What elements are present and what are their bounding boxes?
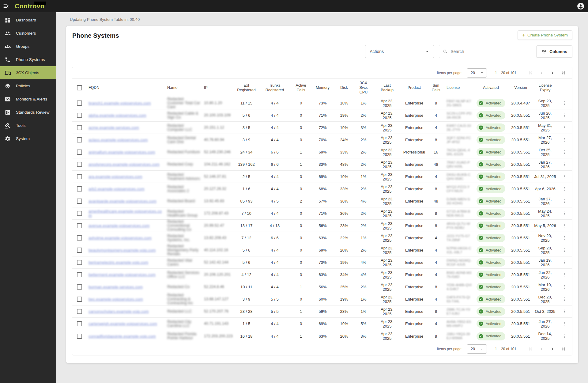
row-checkbox[interactable] [77, 235, 82, 241]
create-phone-system-button[interactable]: + Create Phone System [518, 30, 572, 40]
fqdn-link[interactable]: ara.example-voipservices.com [89, 175, 142, 179]
column-header-product[interactable]: Product [401, 85, 427, 90]
row-checkbox[interactable] [77, 211, 82, 216]
column-header-disk[interactable]: Disk [334, 85, 354, 90]
row-menu-kebab-icon[interactable] [557, 174, 572, 179]
row-checkbox[interactable] [77, 260, 82, 265]
select-all-checkbox[interactable] [77, 85, 82, 90]
column-header-license[interactable]: License [445, 85, 473, 90]
row-checkbox[interactable] [77, 284, 82, 290]
sidebar-item-monitors-alerts[interactable]: Monitors & Alerts [0, 93, 56, 106]
next-page-button[interactable] [547, 67, 558, 78]
column-header-version[interactable]: Version [508, 85, 533, 90]
fqdn-link[interactable]: borman.example-services.com [89, 285, 143, 289]
sidebar-item-policies[interactable]: Policies [0, 79, 56, 93]
row-menu-kebab-icon[interactable] [557, 113, 572, 118]
column-header-ip[interactable]: IP [202, 85, 234, 90]
sidebar-item-customers[interactable]: Customers [0, 27, 56, 40]
row-checkbox[interactable] [77, 100, 82, 106]
row-menu-kebab-icon[interactable] [557, 235, 572, 241]
column-header-name[interactable]: Name [165, 85, 202, 90]
row-menu-kebab-icon[interactable] [557, 284, 572, 290]
fqdn-link[interactable]: arb2.example-voipservices.com [89, 187, 145, 191]
fqdn-link[interactable]: beautymontgomery.example-voip.com [89, 248, 156, 252]
sidebar-item-tools[interactable]: Tools [0, 119, 56, 132]
sidebar-item-3cx-objects[interactable]: 3CX Objects [0, 66, 56, 79]
row-menu-kebab-icon[interactable] [557, 223, 572, 228]
user-avatar[interactable] [575, 0, 587, 12]
sidebar-item-groups[interactable]: Groups [0, 40, 56, 53]
page-size-select[interactable]: 20 [467, 68, 487, 78]
previous-page-button[interactable] [536, 67, 547, 78]
row-menu-kebab-icon[interactable] [557, 125, 572, 130]
row-menu-kebab-icon[interactable] [557, 211, 572, 216]
actions-dropdown[interactable]: Actions [365, 45, 434, 58]
row-menu-kebab-icon[interactable] [557, 162, 572, 167]
row-menu-kebab-icon[interactable] [557, 150, 572, 155]
fqdn-link[interactable]: axholme.example-voipservices.com [89, 236, 152, 240]
row-menu-kebab-icon[interactable] [557, 100, 572, 106]
column-header-3cx-svcs-cpu[interactable]: 3CX Svcs CPU [354, 81, 373, 95]
fqdn-link[interactable]: avenue.example-voipservices.com [89, 224, 149, 228]
row-checkbox[interactable] [77, 297, 82, 302]
row-menu-kebab-icon[interactable] [557, 321, 572, 326]
previous-page-button[interactable] [536, 343, 547, 355]
row-checkbox[interactable] [77, 174, 82, 179]
fqdn-link[interactable]: aclass.example-voipservices.com [89, 138, 148, 142]
next-page-button[interactable] [547, 343, 558, 355]
first-page-button[interactable] [525, 67, 536, 78]
fqdn-link[interactable]: avantgarde.example-voipservices.com [89, 199, 156, 203]
row-menu-kebab-icon[interactable] [557, 272, 572, 277]
fqdn-link[interactable]: bec.example-voipservices.com [89, 297, 143, 301]
row-menu-kebab-icon[interactable] [557, 248, 572, 253]
column-header-ext-registered[interactable]: Ext Registered [234, 83, 259, 93]
row-checkbox[interactable] [77, 150, 82, 155]
row-menu-kebab-icon[interactable] [557, 334, 572, 339]
fqdn-link[interactable]: animalfurn.example-voipservices.com [89, 150, 155, 154]
row-menu-kebab-icon[interactable] [557, 137, 572, 142]
column-header-activated[interactable]: Activated [473, 85, 508, 90]
row-checkbox[interactable] [77, 199, 82, 204]
column-header-memory[interactable]: Memory [311, 85, 334, 90]
column-header-sim-calls[interactable]: Sim Calls [427, 83, 445, 93]
fqdn-link[interactable]: alpha.example-voipservices.com [89, 113, 146, 118]
row-checkbox[interactable] [77, 137, 82, 142]
first-page-button[interactable] [525, 343, 536, 355]
fqdn-link[interactable]: acme.example-services.com [89, 126, 139, 130]
row-checkbox[interactable] [77, 223, 82, 228]
row-checkbox[interactable] [77, 321, 82, 326]
row-checkbox[interactable] [77, 162, 82, 167]
last-page-button[interactable] [558, 67, 569, 78]
row-checkbox[interactable] [77, 248, 82, 253]
row-checkbox[interactable] [77, 334, 82, 339]
row-checkbox[interactable] [77, 272, 82, 277]
page-size-select[interactable]: 20 [467, 344, 487, 354]
last-page-button[interactable] [558, 343, 569, 355]
row-menu-kebab-icon[interactable] [557, 199, 572, 204]
fqdn-link[interactable]: anodynecorp.example-voipservices.com [89, 162, 160, 167]
column-header-trunks-registered[interactable]: Trunks Registered [259, 83, 291, 93]
column-header-active-calls[interactable]: Active Calls [291, 83, 311, 93]
menu-open-icon[interactable] [0, 0, 12, 12]
columns-button[interactable]: Columns [536, 45, 572, 58]
row-checkbox[interactable] [77, 125, 82, 130]
row-menu-kebab-icon[interactable] [557, 260, 572, 265]
sidebar-item-phone-systems[interactable]: Phone Systems [0, 53, 56, 66]
fqdn-link[interactable]: amerihealthcare.example-voipservices.com [89, 209, 164, 218]
search-input[interactable] [450, 49, 527, 54]
row-menu-kebab-icon[interactable] [557, 186, 572, 192]
row-menu-kebab-icon[interactable] [557, 297, 572, 302]
fqdn-link[interactable]: carsonscholars.example-voip.com [89, 309, 149, 314]
row-checkbox[interactable] [77, 186, 82, 192]
fqdn-link[interactable]: branch1.example-voipservices.com [89, 101, 151, 105]
sidebar-item-system[interactable]: System [0, 132, 56, 145]
row-checkbox[interactable] [77, 113, 82, 118]
fqdn-link[interactable]: carterweigh.example-voipservices.com [89, 322, 157, 326]
row-menu-kebab-icon[interactable] [557, 309, 572, 314]
row-checkbox[interactable] [77, 309, 82, 314]
column-header-last-backup[interactable]: Last Backup [373, 83, 401, 93]
fqdn-link[interactable]: betterment.example-voipservices.com [89, 273, 156, 277]
column-header-license-expiry[interactable]: License Expiry [533, 83, 557, 93]
column-header-fqdn[interactable]: FQDN [87, 85, 165, 90]
sidebar-item-dashboard[interactable]: Dashboard [0, 13, 56, 27]
